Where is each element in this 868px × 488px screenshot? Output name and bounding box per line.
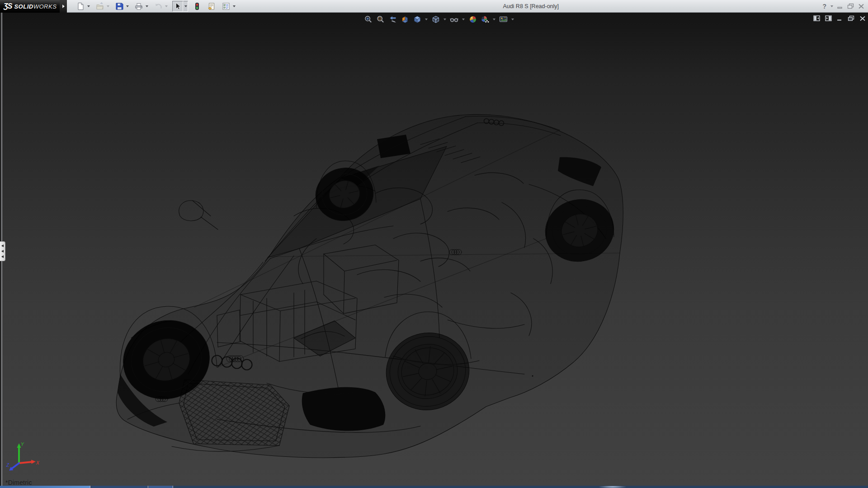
triad-x-label: X xyxy=(36,460,39,465)
print-icon xyxy=(135,2,143,10)
print-button[interactable] xyxy=(133,1,144,12)
triad-x-arrow-icon xyxy=(31,460,36,464)
file-properties-icon xyxy=(208,2,216,10)
undo-button[interactable] xyxy=(153,1,164,12)
undo-icon xyxy=(154,2,162,10)
solidworks-logo-solid: SOLID xyxy=(14,3,33,10)
pane-right-icon xyxy=(825,15,832,21)
zoom-to-fit-button[interactable] xyxy=(363,14,373,24)
app-minimize-button[interactable] xyxy=(837,4,843,9)
view-orientation-icon xyxy=(413,15,421,23)
apply-scene-dropdown[interactable] xyxy=(492,14,496,24)
help-button[interactable]: ? xyxy=(822,3,826,10)
doc-close-icon xyxy=(859,16,866,21)
triad-y-label: Y xyxy=(21,442,24,447)
car-grille-mesh xyxy=(179,380,289,446)
document-window-controls xyxy=(813,15,866,21)
display-style-icon xyxy=(432,15,440,23)
display-style-dropdown[interactable] xyxy=(443,14,447,24)
previous-view-button[interactable] xyxy=(387,14,398,24)
undo-dropdown[interactable] xyxy=(164,1,169,12)
previous-view-icon xyxy=(389,15,397,23)
edit-appearance-icon xyxy=(469,15,477,23)
new-document-icon xyxy=(76,2,85,10)
solidworks-logo-mark: ƷS xyxy=(4,2,12,10)
taskbar-segment[interactable] xyxy=(174,486,868,488)
section-view-button[interactable] xyxy=(400,14,410,24)
new-document-button[interactable] xyxy=(75,1,86,12)
taskbar-glow xyxy=(599,486,626,488)
doc-restore-button[interactable] xyxy=(848,15,854,21)
checkered-flag-icon xyxy=(486,20,489,23)
doc-pane-left-button[interactable] xyxy=(813,15,820,21)
save-floppy-icon xyxy=(115,2,123,10)
minimize-icon xyxy=(837,4,843,9)
taskbar-segment[interactable] xyxy=(91,486,148,488)
restore-icon xyxy=(847,3,854,9)
view-orientation-button[interactable] xyxy=(412,14,422,24)
apply-scene-button[interactable] xyxy=(480,14,490,24)
zoom-to-fit-icon xyxy=(364,15,373,23)
doc-minimize-icon xyxy=(837,16,843,21)
select-cursor-icon xyxy=(174,2,182,10)
select-tool-dropdown[interactable] xyxy=(183,1,188,12)
rebuild-traffic-light-icon xyxy=(193,2,201,10)
menu-flyout-arrow[interactable] xyxy=(60,0,67,13)
options-dropdown[interactable] xyxy=(231,1,236,12)
view-settings-dropdown[interactable] xyxy=(510,14,515,24)
graphics-area[interactable]: X Y Z *Dimetric xyxy=(0,13,868,486)
hide-show-items-button[interactable] xyxy=(449,14,459,24)
doc-restore-icon xyxy=(848,15,854,21)
pane-left-icon xyxy=(813,15,820,21)
edit-appearance-button[interactable] xyxy=(467,14,478,24)
options-button[interactable] xyxy=(221,1,231,12)
view-settings-button[interactable] xyxy=(498,14,509,24)
doc-minimize-button[interactable] xyxy=(837,16,843,21)
display-style-button[interactable] xyxy=(430,14,441,24)
standard-toolbar xyxy=(75,0,239,12)
open-button[interactable] xyxy=(94,1,105,12)
close-icon xyxy=(858,4,864,9)
hide-show-items-glasses-icon xyxy=(450,15,458,23)
taskbar-segment[interactable] xyxy=(149,486,173,488)
collapse-left-arrow-icon xyxy=(1,244,4,247)
zoom-to-area-icon xyxy=(377,15,385,23)
select-tool-button[interactable] xyxy=(172,1,183,12)
options-checklist-icon xyxy=(222,2,230,10)
doc-pane-right-button[interactable] xyxy=(825,15,832,21)
view-orientation-dropdown[interactable] xyxy=(424,14,429,24)
apply-scene-icon xyxy=(481,15,489,23)
taskbar-segment[interactable] xyxy=(0,486,90,488)
save-dropdown[interactable] xyxy=(125,1,130,12)
app-close-button[interactable] xyxy=(858,4,864,9)
rebuild-button[interactable] xyxy=(192,1,203,12)
model-wireframe-audi-r8[interactable] xyxy=(104,103,633,465)
taskbar-edge xyxy=(0,486,868,488)
collapse-left-arrow-icon xyxy=(1,250,4,253)
headsup-view-toolbar xyxy=(363,14,515,25)
reference-triad[interactable]: X Y Z xyxy=(5,441,40,474)
print-dropdown[interactable] xyxy=(144,1,149,12)
flyout-right-arrow-icon xyxy=(62,5,65,8)
app-restore-button[interactable] xyxy=(847,3,854,9)
collapse-left-arrow-icon xyxy=(1,255,4,258)
help-dropdown[interactable] xyxy=(830,5,833,7)
solidworks-logo-works: WORKS xyxy=(33,3,57,10)
doc-close-button[interactable] xyxy=(859,16,866,21)
titlebar: ƷS SOLIDWORKS xyxy=(0,0,868,13)
new-document-dropdown[interactable] xyxy=(86,1,91,12)
hide-show-items-dropdown[interactable] xyxy=(461,14,466,24)
open-dropdown[interactable] xyxy=(105,1,110,12)
view-orientation-name: *Dimetric xyxy=(5,479,32,486)
section-view-icon xyxy=(401,15,409,23)
solidworks-logo: ƷS SOLIDWORKS xyxy=(0,0,60,13)
view-settings-icon xyxy=(499,15,508,23)
zoom-to-area-button[interactable] xyxy=(375,14,386,24)
file-properties-button[interactable] xyxy=(206,1,217,12)
window-title: Audi R8 S [Read-only] xyxy=(239,3,822,9)
save-button[interactable] xyxy=(114,1,125,12)
feature-panel-splitter[interactable] xyxy=(0,241,5,261)
open-folder-icon xyxy=(96,2,104,10)
titlebar-controls: ? xyxy=(822,0,868,12)
triad-z-label: Z xyxy=(6,463,9,468)
